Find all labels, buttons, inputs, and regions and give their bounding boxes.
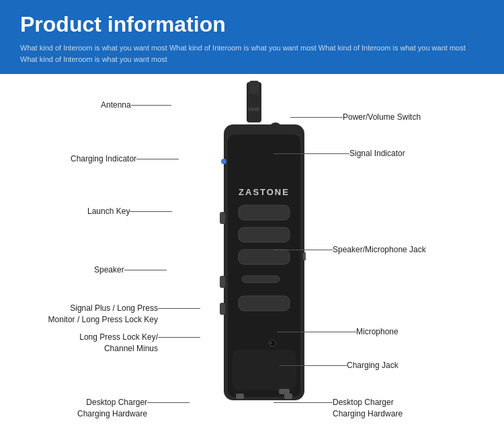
label-signal-indicator: Signal Indicator [349, 148, 405, 159]
label-signal-plus: Signal Plus / Long Press Monitor / Long … [40, 303, 158, 326]
label-charging-jack: Charging Jack [347, 360, 398, 371]
svg-rect-23 [284, 394, 292, 399]
header: Product information What kind of Interoo… [0, 0, 504, 74]
svg-rect-12 [239, 296, 290, 311]
device-container: UHF ZASTONE [198, 81, 306, 431]
svg-rect-11 [242, 276, 280, 283]
main-content: UHF ZASTONE [0, 74, 504, 444]
svg-rect-21 [279, 389, 290, 394]
svg-point-14 [221, 159, 226, 164]
svg-rect-1 [249, 81, 259, 94]
label-speaker-mic-jack: Speaker/Microphone Jack [333, 244, 426, 256]
svg-rect-15 [220, 212, 225, 224]
svg-text:UHF: UHF [249, 106, 260, 112]
label-desktop-charger-right: Desktop Charger Charging Hardware [333, 397, 403, 420]
label-power-volume: Power/Volume Switch [343, 112, 421, 123]
label-microphone: Microphone [356, 326, 398, 338]
svg-rect-13 [232, 350, 296, 390]
svg-rect-18 [303, 252, 306, 260]
svg-point-20 [269, 342, 272, 344]
svg-text:ZASTONE: ZASTONE [239, 187, 290, 197]
label-charging-indicator: Charging Indicator [71, 153, 136, 165]
label-desktop-charger-left: Desktop Charger Charging Hardware [77, 397, 147, 420]
label-speaker: Speaker [94, 264, 124, 276]
svg-rect-9 [239, 227, 290, 242]
svg-rect-22 [236, 394, 244, 399]
svg-rect-10 [239, 250, 290, 264]
page-title: Product information [20, 12, 484, 37]
label-launch-key: Launch Key [87, 206, 130, 217]
label-antenna: Antenna [101, 100, 131, 111]
label-long-press-lock: Long Press Lock Key/ Channel Minus [50, 332, 158, 355]
svg-rect-8 [239, 205, 290, 220]
header-subtitle: What kind of Interoom is what you want m… [20, 42, 484, 65]
svg-rect-17 [220, 303, 225, 315]
svg-rect-16 [220, 276, 225, 288]
